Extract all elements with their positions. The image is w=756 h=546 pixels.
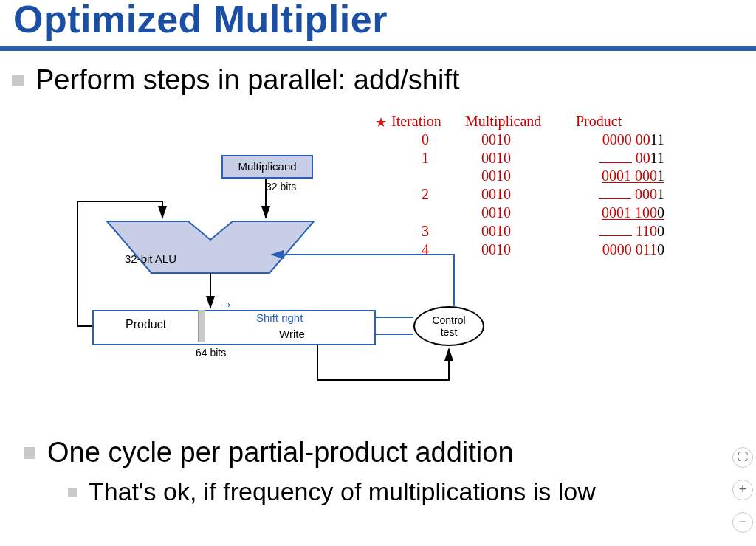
bullet-1: Perform steps in parallel: add/shift [12, 64, 756, 96]
cell-iteration: 2 [391, 185, 481, 204]
bullet-1-text: Perform steps in parallel: add/shift [35, 64, 460, 96]
cell-iteration [391, 167, 481, 185]
alu-box: 32-bit ALU [107, 221, 314, 273]
table-header: Iteration Multiplicand Product [391, 112, 664, 131]
cell-iteration: 4 [391, 241, 481, 259]
bullet-2a: That's ok, if frequency of multiplicatio… [68, 477, 734, 506]
cell-product: 0000 0110 [583, 241, 664, 259]
zoom-in-button[interactable]: + [732, 480, 753, 500]
bullet-marker [12, 75, 24, 86]
cell-product: 0001 1000 [583, 204, 664, 222]
table-row: 20010 0001 [391, 185, 664, 204]
product-label: Product [126, 318, 166, 331]
shift-right-label: Shift right [256, 311, 303, 324]
iteration-table: ★ Iteration Multiplicand Product 0001000… [391, 112, 664, 258]
cell-product: 0001 0001 [583, 167, 664, 185]
table-body: 000100000 001110010 001100100001 0001200… [391, 131, 664, 259]
star-icon: ★ [375, 114, 387, 131]
table-row: 10010 0011 [391, 149, 664, 167]
table-row: 00100001 0001 [391, 167, 664, 185]
th-product: Product [576, 112, 664, 131]
bullet-2a-text: That's ok, if frequency of multiplicatio… [89, 477, 596, 506]
bullet-marker [68, 488, 77, 497]
zoom-out-button[interactable]: − [732, 512, 753, 533]
cell-multiplicand: 0010 [481, 241, 583, 259]
product-divider [198, 310, 205, 342]
cell-iteration: 3 [391, 222, 481, 241]
cell-multiplicand: 0010 [481, 149, 583, 167]
cell-product: 0011 [583, 149, 664, 167]
multiplicand-box: Multiplicand [221, 155, 313, 179]
table-row: 000100000 0011 [391, 131, 664, 149]
control-label-2: test [415, 326, 483, 338]
slide-title: Optimized Multiplier [0, 0, 756, 44]
alu-label: 32-bit ALU [125, 252, 176, 265]
multiplicand-bits-label: 32 bits [266, 181, 296, 193]
cell-iteration: 1 [391, 149, 481, 167]
bullet-2: One cycle per partial-product addition [24, 437, 734, 469]
cell-multiplicand: 0010 [481, 222, 583, 241]
cell-multiplicand: 0010 [481, 131, 583, 149]
write-label: Write [279, 328, 305, 340]
product-bits-label: 64 bits [196, 347, 226, 359]
bullet-2-text: One cycle per partial-product addition [47, 437, 514, 469]
cell-product: 0001 [583, 185, 664, 204]
cell-multiplicand: 0010 [481, 167, 583, 185]
viewer-controls: ⛶ + − [732, 447, 753, 533]
control-test-box: Control test [413, 306, 484, 346]
th-iteration: Iteration [391, 112, 465, 131]
control-label-1: Control [415, 314, 483, 326]
table-row: 30010 1100 [391, 222, 664, 241]
th-multiplicand: Multiplicand [465, 112, 576, 131]
title-rule [0, 46, 756, 51]
cell-product: 0000 0011 [583, 131, 664, 149]
table-row: 00100001 1000 [391, 204, 664, 222]
cell-multiplicand: 0010 [481, 185, 583, 204]
cell-iteration: 0 [391, 131, 481, 149]
cell-multiplicand: 0010 [481, 204, 583, 222]
cell-product: 1100 [583, 222, 664, 241]
bullet-marker [24, 447, 35, 459]
cell-iteration [391, 204, 481, 222]
expand-button[interactable]: ⛶ [732, 447, 753, 468]
table-row: 400100000 0110 [391, 241, 664, 259]
